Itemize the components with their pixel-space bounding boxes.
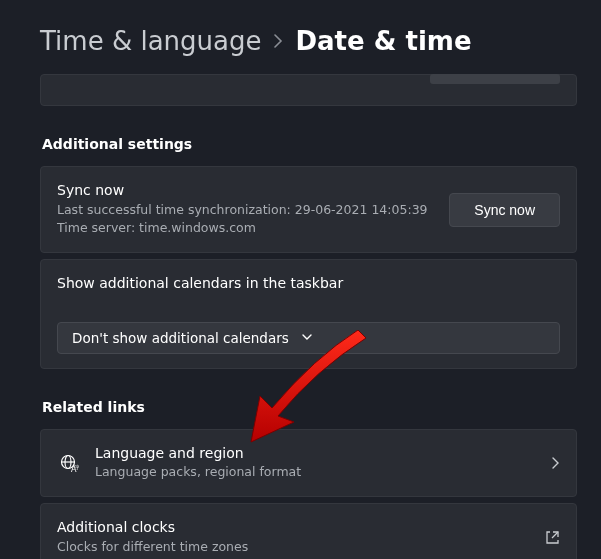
sync-last-sync: Last successful time synchronization: 29… bbox=[57, 201, 435, 220]
svg-text:字: 字 bbox=[75, 464, 80, 470]
language-region-sub: Language packs, regional format bbox=[95, 463, 536, 482]
sync-now-title: Sync now bbox=[57, 181, 435, 201]
chevron-down-icon bbox=[301, 330, 313, 346]
language-region-title: Language and region bbox=[95, 444, 536, 464]
additional-calendars-card: Show additional calendars in the taskbar… bbox=[40, 259, 577, 369]
sync-now-card: Sync now Last successful time synchroniz… bbox=[40, 166, 577, 253]
additional-clocks-sub: Clocks for different time zones bbox=[57, 538, 531, 557]
open-external-icon bbox=[545, 530, 560, 545]
sync-now-button[interactable]: Sync now bbox=[449, 193, 560, 227]
prev-setting-card-stub bbox=[40, 74, 577, 106]
dropdown-selected-value: Don't show additional calendars bbox=[72, 330, 289, 346]
chevron-right-icon bbox=[273, 31, 283, 52]
section-additional-settings: Additional settings bbox=[42, 136, 577, 152]
link-additional-clocks[interactable]: Additional clocks Clocks for different t… bbox=[40, 503, 577, 559]
additional-clocks-title: Additional clocks bbox=[57, 518, 531, 538]
breadcrumb-current: Date & time bbox=[295, 26, 471, 56]
svg-line-5 bbox=[552, 532, 558, 538]
breadcrumb-prev[interactable]: Time & language bbox=[40, 26, 261, 56]
additional-calendars-dropdown[interactable]: Don't show additional calendars bbox=[57, 322, 560, 354]
stub-button bbox=[430, 74, 560, 84]
chevron-right-icon bbox=[550, 456, 560, 470]
globe-language-icon: A 字 bbox=[57, 453, 81, 473]
section-related-links: Related links bbox=[42, 399, 577, 415]
additional-calendars-title: Show additional calendars in the taskbar bbox=[57, 274, 560, 294]
link-language-and-region[interactable]: A 字 Language and region Language packs, … bbox=[40, 429, 577, 497]
breadcrumb: Time & language Date & time bbox=[40, 26, 577, 56]
sync-server: Time server: time.windows.com bbox=[57, 219, 435, 238]
